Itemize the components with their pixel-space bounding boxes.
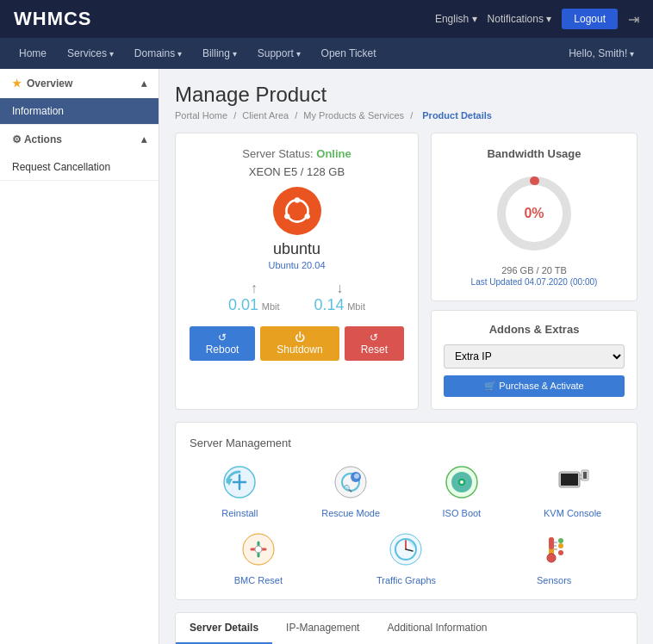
- kvm-console-icon: [552, 461, 594, 503]
- nav-home[interactable]: Home: [9, 38, 57, 69]
- nav-support[interactable]: Support: [247, 38, 311, 70]
- svg-rect-32: [549, 537, 554, 549]
- cards-row: Server Status: Online XEON E5 / 128 GB u…: [175, 133, 637, 410]
- breadcrumb-client-area[interactable]: Client Area: [242, 110, 289, 121]
- breadcrumb-portal-home[interactable]: Portal Home: [175, 110, 227, 121]
- mgmt-traffic-graphs[interactable]: Traffic Graphs: [338, 529, 476, 585]
- logout-button[interactable]: Logout: [562, 9, 618, 29]
- donut-chart: 0%: [491, 170, 577, 257]
- ubuntu-logo: [273, 187, 321, 235]
- svg-point-2: [284, 214, 289, 219]
- iso-boot-icon: [441, 461, 482, 503]
- mgmt-iso-boot[interactable]: ISO Boot: [412, 461, 513, 518]
- download-value: 0.14: [314, 296, 345, 313]
- svg-rect-20: [583, 472, 587, 479]
- reinstall-label: Reinstall: [221, 508, 258, 518]
- svg-point-39: [558, 538, 563, 543]
- action-buttons: ↺ Reboot ⏻ Shutdown ↺ Reset: [190, 326, 404, 361]
- download-arrow-icon: [314, 281, 365, 296]
- bandwidth-detail: 296 GB / 20 TB: [445, 265, 623, 276]
- sidebar-section-actions: ⚙ Actions ▴ Request Cancellation: [0, 125, 159, 181]
- ubuntu-version: Ubuntu 20.04: [190, 260, 404, 270]
- shutdown-button[interactable]: ⏻ Shutdown: [260, 326, 339, 361]
- sidebar-item-request-cancellation[interactable]: Request Cancellation: [0, 154, 159, 180]
- nav-user[interactable]: Hello, Smith!: [558, 47, 644, 59]
- logo: WHMCS: [14, 8, 92, 30]
- svg-point-38: [558, 550, 563, 555]
- exit-icon[interactable]: ⇥: [628, 11, 639, 28]
- mgmt-sensors[interactable]: Sensors: [485, 529, 623, 585]
- iso-boot-label: ISO Boot: [443, 508, 482, 518]
- nav-billing[interactable]: Billing: [192, 38, 247, 70]
- sidebar-header-overview: ★Overview ▴: [0, 69, 159, 98]
- svg-point-16: [460, 480, 463, 484]
- nav-domains[interactable]: Domains: [124, 38, 192, 70]
- nav-open-ticket[interactable]: Open Ticket: [311, 38, 387, 69]
- upload-value: 0.01: [228, 296, 258, 313]
- sidebar-header-actions: ⚙ Actions ▴: [0, 125, 159, 154]
- mgmt-grid-bottom: BMC Reset Traffic Graphs: [190, 529, 623, 585]
- tab-additional-info[interactable]: Additional Information: [373, 613, 501, 644]
- mgmt-grid-top: Reinstall 🔍 Rescue Mode: [190, 461, 623, 518]
- server-status-value: Online: [316, 147, 351, 160]
- download-unit: Mbit: [347, 301, 365, 312]
- purchase-activate-button[interactable]: Purchase & Activate: [444, 375, 625, 397]
- svg-point-3: [304, 214, 309, 219]
- page-layout: ★Overview ▴ Information ⚙ Actions ▴ Requ…: [0, 69, 653, 644]
- mgmt-kvm-console[interactable]: KVM Console: [522, 461, 623, 518]
- traffic-graphs-icon: [385, 529, 426, 570]
- tabs-section: Server Details IP-Management Additional …: [175, 612, 637, 644]
- svg-point-33: [547, 554, 556, 562]
- svg-point-0: [286, 200, 308, 221]
- rescue-mode-label: Rescue Mode: [321, 508, 380, 518]
- upload-item: 0.01 Mbit: [228, 281, 279, 314]
- language-selector[interactable]: English ▾: [435, 13, 477, 25]
- bandwidth-card-title: Bandwidth Usage: [445, 147, 623, 160]
- reboot-button[interactable]: ↺ Reboot: [190, 326, 255, 361]
- mgmt-reinstall[interactable]: Reinstall: [190, 461, 290, 518]
- tab-server-details[interactable]: Server Details: [176, 613, 272, 644]
- download-item: 0.14 Mbit: [314, 281, 365, 314]
- breadcrumb-my-products[interactable]: My Products & Services: [303, 110, 404, 121]
- svg-rect-18: [561, 474, 578, 486]
- upload-arrow-icon: [228, 281, 279, 296]
- sidebar: ★Overview ▴ Information ⚙ Actions ▴ Requ…: [0, 69, 159, 644]
- sensors-label: Sensors: [537, 575, 571, 585]
- mgmt-bmc-reset[interactable]: BMC Reset: [190, 529, 327, 585]
- server-status-title: Server Status: Online: [190, 147, 404, 160]
- right-column: Bandwidth Usage 0% 296 GB / 20 TB Last U…: [431, 133, 637, 410]
- mgmt-rescue-mode[interactable]: 🔍 Rescue Mode: [301, 461, 401, 518]
- page-title: Manage Product: [175, 83, 637, 107]
- tab-ip-management[interactable]: IP-Management: [272, 613, 373, 644]
- donut-container: 0%: [445, 170, 623, 257]
- upload-unit: Mbit: [262, 301, 280, 312]
- top-bar: WHMCS English ▾ Notifications ▾ Logout ⇥: [0, 0, 653, 38]
- main-content: Manage Product Portal Home / Client Area…: [159, 69, 653, 644]
- addons-card: Addons & Extras Extra IP Purchase & Acti…: [431, 310, 637, 410]
- sidebar-item-information[interactable]: Information: [0, 98, 159, 124]
- server-spec: XEON E5 / 128 GB: [190, 165, 404, 178]
- svg-point-8: [335, 467, 366, 498]
- server-management-title: Server Management: [190, 437, 623, 449]
- breadcrumb-current: Product Details: [422, 110, 492, 121]
- notifications-btn[interactable]: Notifications ▾: [488, 13, 552, 25]
- bmc-reset-label: BMC Reset: [234, 575, 283, 585]
- nav-services[interactable]: Services: [57, 38, 124, 70]
- traffic-graphs-label: Traffic Graphs: [376, 575, 436, 585]
- svg-text:🔍: 🔍: [344, 484, 352, 492]
- bandwidth-last-updated: Last Updated 04.07.2020 (00:00): [445, 277, 623, 287]
- main-nav: Home Services Domains Billing Support Op…: [0, 38, 653, 69]
- svg-point-37: [558, 543, 563, 548]
- reset-button[interactable]: ↺ Reset: [345, 326, 404, 361]
- rescue-mode-icon: 🔍: [330, 461, 371, 503]
- tabs-bar: Server Details IP-Management Additional …: [176, 613, 637, 644]
- addons-dropdown[interactable]: Extra IP: [444, 344, 625, 368]
- addons-title: Addons & Extras: [444, 323, 625, 336]
- nav-greeting: Hello, Smith!: [558, 38, 644, 70]
- bandwidth-row: 0.01 Mbit 0.14 Mbit: [190, 281, 404, 314]
- kvm-console-label: KVM Console: [544, 508, 601, 518]
- svg-point-26: [255, 546, 262, 553]
- bmc-reset-icon: [238, 529, 279, 570]
- svg-point-11: [354, 474, 359, 479]
- reinstall-icon: [219, 461, 260, 503]
